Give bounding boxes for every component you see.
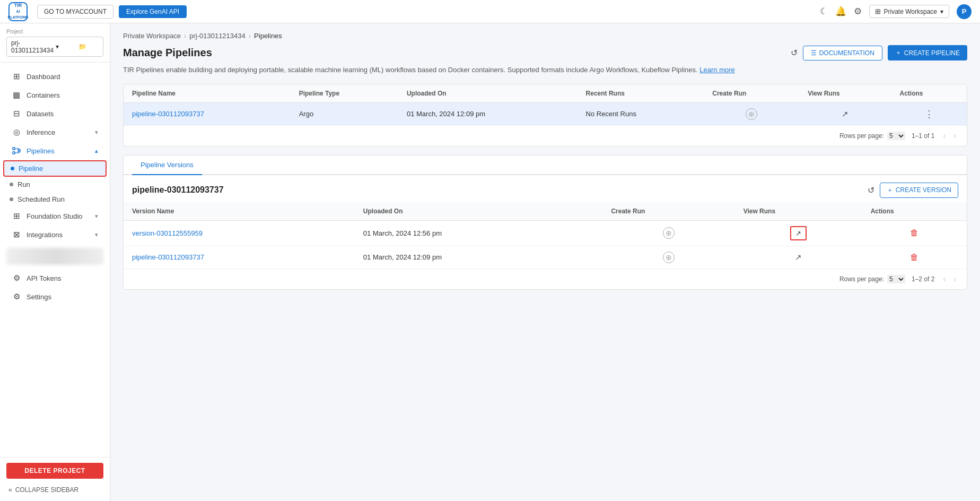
- versions-prev-page-button[interactable]: ‹: [941, 273, 948, 285]
- next-page-button[interactable]: ›: [951, 130, 958, 142]
- create-pipeline-button[interactable]: ＋ CREATE PIPELINE: [888, 45, 967, 61]
- version-view-runs-highlighted-0[interactable]: ↗: [790, 226, 807, 240]
- versions-next-page-button[interactable]: ›: [951, 273, 958, 285]
- topnav-right: ☾ 🔔 ⚙ ⊞ Private Workspace ▾ P: [820, 4, 972, 19]
- page-title: Manage Pipelines: [123, 47, 212, 59]
- versions-rows-per-page-control: Rows per page: 5 10 25: [839, 275, 905, 283]
- sidebar-item-label-foundation-studio: Foundation Studio: [27, 212, 90, 220]
- tab-pipeline-versions[interactable]: Pipeline Versions: [132, 156, 202, 175]
- rows-per-page-select[interactable]: 5 10 25: [887, 132, 905, 140]
- pipeline-dot-icon: [11, 167, 14, 170]
- version-delete-icon-1[interactable]: 🗑: [910, 253, 918, 262]
- version-actions-cell-1: 🗑: [862, 246, 967, 269]
- pipelines-icon: [12, 146, 21, 156]
- workspace-selector[interactable]: ⊞ Private Workspace ▾: [869, 5, 949, 18]
- view-runs-icon[interactable]: ↗: [842, 109, 848, 118]
- main-content: Private Workspace › prj-013011213434 › P…: [110, 23, 980, 501]
- create-version-button[interactable]: ＋ CREATE VERSION: [880, 183, 958, 198]
- versions-pipeline-name: pipeline-030112093737: [132, 185, 224, 195]
- sidebar-subitem-run[interactable]: Run: [3, 177, 107, 192]
- sidebar-item-label-pipelines: Pipelines: [27, 147, 90, 155]
- pipeline-name-link[interactable]: pipeline-030112093737: [132, 110, 204, 118]
- sidebar-bottom: DELETE PROJECT « COLLAPSE SIDEBAR: [0, 457, 110, 501]
- sidebar: Project prj-013011213434 ▾ 📁 ⊞ Dashboard…: [0, 23, 110, 501]
- col-uploaded-on: Uploaded On: [398, 84, 578, 103]
- documentation-button[interactable]: ☰ DOCUMENTATION: [803, 46, 882, 61]
- breadcrumb-project[interactable]: prj-013011213434: [189, 32, 246, 40]
- version-create-run-icon-1[interactable]: ⊕: [663, 252, 675, 263]
- pipelines-table-header-row: Pipeline Name Pipeline Type Uploaded On …: [124, 84, 967, 103]
- version-delete-icon-0[interactable]: 🗑: [910, 228, 918, 237]
- vcol-create-run: Create Run: [602, 202, 734, 221]
- version-name-cell-0: version-030112555959: [124, 220, 355, 246]
- versions-refresh-button[interactable]: ↺: [868, 185, 874, 195]
- version-view-runs-cell-0: ↗: [735, 220, 862, 246]
- sidebar-item-foundation-studio[interactable]: ⊞ Foundation Studio ▾: [3, 207, 107, 225]
- pagination-info: 1–1 of 1: [912, 132, 934, 140]
- pipeline-name-cell: pipeline-030112093737: [124, 102, 291, 125]
- docs-icon: ☰: [811, 49, 817, 57]
- sidebar-item-api-tokens[interactable]: ⚙ API Tokens: [3, 269, 107, 287]
- api-tokens-icon: ⚙: [12, 273, 21, 283]
- versions-tabs: Pipeline Versions: [124, 156, 967, 175]
- integrations-icon: ⊠: [12, 230, 21, 239]
- pipelines-table-footer: Rows per page: 5 10 25 1–1 of 1 ‹ ›: [124, 125, 967, 146]
- sidebar-item-label-datasets: Datasets: [27, 110, 98, 118]
- project-dropdown[interactable]: prj-013011213434 ▾ 📁: [6, 37, 103, 57]
- sidebar-subitem-pipeline[interactable]: Pipeline: [3, 160, 107, 177]
- sidebar-subitem-scheduled-run[interactable]: Scheduled Run: [3, 192, 107, 206]
- theme-toggle-icon[interactable]: ☾: [820, 6, 828, 17]
- actions-more-icon[interactable]: ⋮: [924, 109, 934, 119]
- learn-more-link[interactable]: Learn more: [699, 66, 734, 74]
- version-name-cell-1: pipeline-030112093737: [124, 246, 355, 269]
- project-folder-icon: 📁: [78, 43, 99, 50]
- sidebar-nav: ⊞ Dashboard ▦ Containers ⊟ Datasets ◎ In…: [0, 63, 110, 457]
- sidebar-item-datasets[interactable]: ⊟ Datasets: [3, 105, 107, 123]
- sidebar-subitem-label-scheduled-run: Scheduled Run: [18, 195, 65, 203]
- sidebar-subitem-label-run: Run: [18, 180, 30, 188]
- delete-project-button[interactable]: DELETE PROJECT: [6, 463, 103, 479]
- explore-genai-button[interactable]: Explore GenAI API: [119, 5, 187, 18]
- foundation-studio-icon: ⊞: [12, 211, 21, 221]
- view-runs-arrow-icon-0: ↗: [795, 229, 801, 237]
- version-create-run-icon-0[interactable]: ⊕: [663, 227, 675, 239]
- view-runs-arrow-icon-1[interactable]: ↗: [795, 253, 802, 262]
- version-row-0: version-030112555959 01 March, 2024 12:5…: [124, 220, 967, 246]
- create-run-icon[interactable]: ⊕: [746, 108, 757, 120]
- project-id: prj-013011213434: [11, 39, 54, 54]
- version-uploaded-cell-1: 01 March, 2024 12:09 pm: [355, 246, 603, 269]
- versions-pagination-info: 1–2 of 2: [912, 275, 934, 283]
- pipeline-uploaded-cell: 01 March, 2024 12:09 pm: [398, 102, 578, 125]
- avatar[interactable]: P: [957, 4, 972, 19]
- versions-header: pipeline-030112093737 ↺ ＋ CREATE VERSION: [124, 175, 967, 202]
- sidebar-item-pipelines[interactable]: Pipelines ▴: [3, 142, 107, 160]
- sidebar-item-inference[interactable]: ◎ Inference ▾: [3, 123, 107, 141]
- version-name-link-0[interactable]: version-030112555959: [132, 229, 203, 237]
- version-create-run-cell-1: ⊕: [602, 246, 734, 269]
- vcol-view-runs: View Runs: [735, 202, 862, 221]
- notifications-icon[interactable]: 🔔: [835, 6, 846, 17]
- breadcrumb-workspace[interactable]: Private Workspace: [123, 32, 181, 40]
- sidebar-item-settings[interactable]: ⚙ Settings: [3, 288, 107, 306]
- foundation-studio-arrow-icon: ▾: [95, 213, 98, 220]
- go-to-myaccount-button[interactable]: GO TO MYACCOUNT: [37, 5, 113, 19]
- col-view-runs: View Runs: [799, 84, 891, 103]
- collapse-sidebar-button[interactable]: « COLLAPSE SIDEBAR: [6, 484, 103, 496]
- settings-icon[interactable]: ⚙: [854, 6, 862, 17]
- version-name-link-1[interactable]: pipeline-030112093737: [132, 253, 204, 261]
- collapse-icon: «: [8, 486, 12, 494]
- sidebar-item-dashboard[interactable]: ⊞ Dashboard: [3, 67, 107, 85]
- pagination-controls: ‹ ›: [941, 130, 958, 142]
- refresh-button[interactable]: ↺: [791, 48, 798, 58]
- sidebar-item-label-containers: Containers: [27, 91, 98, 99]
- sidebar-item-integrations[interactable]: ⊠ Integrations ▾: [3, 226, 107, 244]
- pipeline-actions-cell: ⋮: [891, 102, 967, 125]
- version-actions-cell-0: 🗑: [862, 220, 967, 246]
- col-pipeline-type: Pipeline Type: [291, 84, 398, 103]
- blurred-nav-item: [6, 248, 103, 265]
- sidebar-item-containers[interactable]: ▦ Containers: [3, 86, 107, 104]
- prev-page-button[interactable]: ‹: [941, 130, 948, 142]
- versions-rows-per-page-select[interactable]: 5 10 25: [887, 275, 905, 283]
- col-recent-runs: Recent Runs: [578, 84, 704, 103]
- version-uploaded-cell-0: 01 March, 2024 12:56 pm: [355, 220, 603, 246]
